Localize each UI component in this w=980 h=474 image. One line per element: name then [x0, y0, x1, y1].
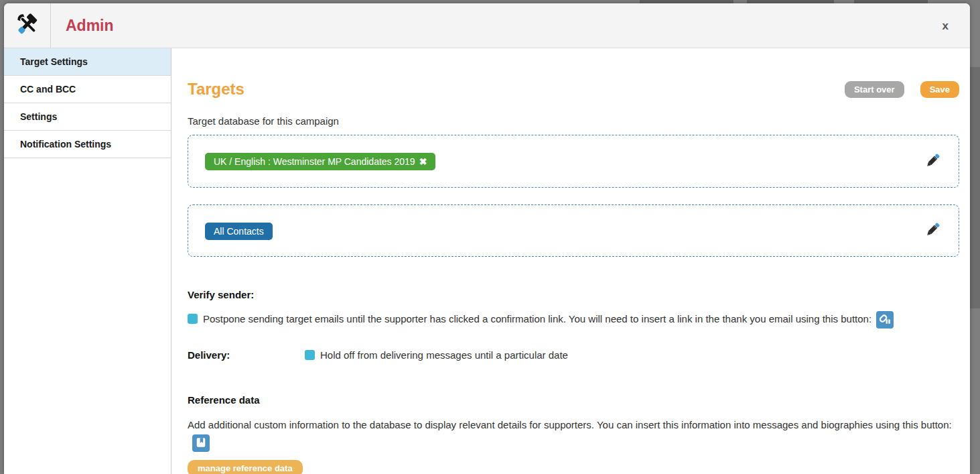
selected-database-pill[interactable]: UK / English : Westminster MP Candidates… [205, 153, 435, 170]
admin-modal: Admin x Target Settings CC and BCC Setti… [4, 3, 970, 474]
all-contacts-pill[interactable]: All Contacts [205, 223, 273, 240]
postpone-checkbox[interactable] [188, 314, 198, 324]
verify-sender-row: Postpone sending target emails until the… [188, 310, 959, 329]
page-scrollbar[interactable] [970, 67, 980, 308]
page-title: Targets [188, 80, 244, 99]
postpone-checkbox-text: Postpone sending target emails until the… [203, 313, 871, 324]
delivery-option: Hold off from delivering messages until … [305, 349, 568, 361]
all-contacts-label: All Contacts [214, 226, 264, 237]
tools-menu-button[interactable] [4, 3, 51, 48]
reference-data-label: Reference data [188, 394, 959, 406]
book-icon [195, 436, 207, 451]
target-contacts-box: All Contacts [188, 204, 959, 257]
manage-reference-data-button[interactable]: manage reference data [188, 460, 303, 474]
hold-off-checkbox[interactable] [305, 350, 315, 360]
tools-icon [15, 11, 40, 40]
reference-data-row: Add additional custom information to the… [188, 416, 959, 452]
selected-database-label: UK / English : Westminster MP Candidates… [214, 156, 415, 167]
pencil-icon [924, 221, 941, 240]
sidebar-item-settings[interactable]: Settings [4, 103, 171, 131]
save-button[interactable]: Save [920, 81, 959, 98]
remove-database-icon[interactable]: ✖ [419, 156, 427, 167]
modal-header: Admin x [4, 3, 970, 48]
sidebar-item-label: Target Settings [20, 56, 88, 67]
link-icon [879, 313, 891, 327]
close-button[interactable]: x [937, 17, 954, 36]
verify-sender-label: Verify sender: [188, 289, 959, 300]
start-over-button[interactable]: Start over [845, 81, 904, 98]
edit-contacts-button[interactable] [924, 222, 941, 239]
target-database-label: Target database for this campaign [188, 115, 959, 127]
hold-off-checkbox-text: Hold off from delivering messages until … [320, 349, 568, 361]
delivery-row: Delivery: Hold off from delivering messa… [188, 349, 959, 361]
insert-confirmation-link-button[interactable] [876, 311, 894, 329]
edit-database-button[interactable] [924, 153, 941, 170]
pencil-icon [924, 152, 941, 171]
delivery-label: Delivery: [188, 349, 305, 361]
sidebar-item-label: Notification Settings [20, 139, 111, 150]
reference-data-description: Add additional custom information to the… [188, 419, 952, 430]
target-settings-panel: Targets Start over Save Target database … [171, 48, 970, 474]
sidebar-item-notification-settings[interactable]: Notification Settings [4, 131, 171, 158]
sidebar-item-label: Settings [20, 111, 57, 122]
settings-sidebar: Target Settings CC and BCC Settings Noti… [4, 48, 171, 474]
sidebar-item-cc-and-bcc[interactable]: CC and BCC [4, 76, 171, 103]
sidebar-item-target-settings[interactable]: Target Settings [4, 48, 171, 76]
target-database-box: UK / English : Westminster MP Candidates… [188, 135, 959, 188]
insert-reference-data-button[interactable] [192, 434, 210, 452]
modal-title: Admin [66, 17, 114, 35]
sidebar-item-label: CC and BCC [20, 84, 76, 95]
